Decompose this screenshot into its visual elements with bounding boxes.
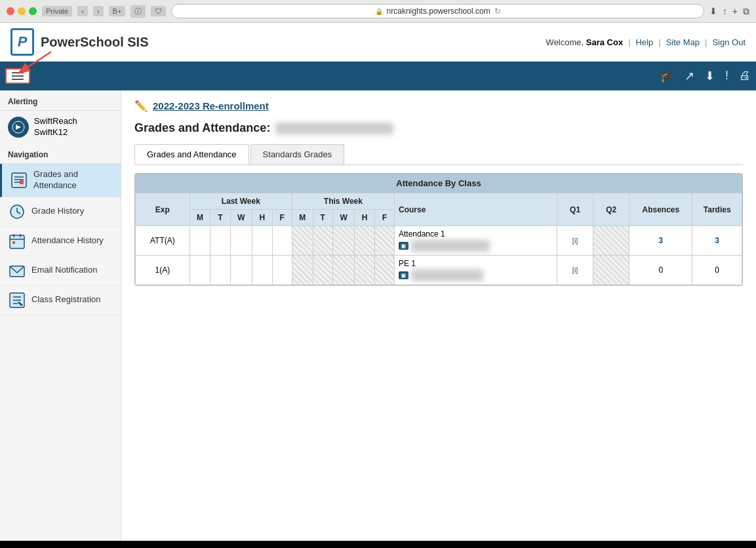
maximize-button[interactable] xyxy=(29,7,37,15)
table-row: ATT(A) Attendance 1 xyxy=(136,226,742,256)
q1-cell[interactable]: [i] xyxy=(557,256,593,285)
reenrollment-link[interactable]: 2022-2023 Re-enrollment xyxy=(153,100,269,111)
newtab-icon[interactable]: + xyxy=(732,6,738,17)
day-f1: F xyxy=(272,210,292,226)
download-nav-icon[interactable]: ⬇ xyxy=(705,69,715,83)
edit-icon: ✏️ xyxy=(134,100,148,112)
browser-chrome: Private ‹ › B+ ⓘ 🛡 🔒 nrcaknights.powersc… xyxy=(0,0,756,23)
day-w2: W xyxy=(332,210,355,226)
tardies-header: Tardies xyxy=(692,193,742,226)
day-cell-striped xyxy=(332,256,355,285)
teacher-name-blurred xyxy=(411,240,490,252)
nav-bar-icons: 🎓 ↗ ⬇ ! 🖨 xyxy=(660,69,751,83)
day-cell-striped xyxy=(374,226,394,256)
day-cell-striped xyxy=(313,256,332,285)
q1-cell[interactable]: [i] xyxy=(557,226,593,256)
grade-history-icon xyxy=(8,203,26,221)
svg-rect-15 xyxy=(12,241,15,244)
day-t2: T xyxy=(313,210,332,226)
teacher-name-blurred xyxy=(411,269,483,281)
day-cell-striped xyxy=(292,226,313,256)
help-link[interactable]: Help xyxy=(636,37,654,47)
sidebar-label-attendance: Attendance History xyxy=(31,235,104,246)
attendance-table: Exp Last Week This Week Course Q1 Q2 Abs… xyxy=(135,193,742,285)
absences-header: Absences xyxy=(629,193,692,226)
course-icon: ▣ xyxy=(399,271,408,279)
sidebar-item-grades-attendance[interactable]: Grades and Attendance xyxy=(0,164,121,197)
browser-actions: ⬇ ↑ + ⧉ xyxy=(709,6,749,17)
tardies-cell: 3 xyxy=(692,226,742,256)
day-w1: W xyxy=(230,210,252,226)
grades-icon xyxy=(10,171,28,189)
swiftreach-label: SwiftReach SwiftK12 xyxy=(34,116,113,138)
day-cell-striped xyxy=(313,226,332,256)
day-cell xyxy=(252,226,272,256)
welcome-text: Welcome, Sara Cox xyxy=(546,37,624,47)
day-m1: M xyxy=(189,210,210,226)
minimize-button[interactable] xyxy=(18,7,26,15)
day-cell xyxy=(230,256,252,285)
close-button[interactable] xyxy=(7,7,14,15)
shield-button[interactable]: 🛡 xyxy=(151,6,166,16)
sidebar-item-attendance-history[interactable]: Attendance History xyxy=(0,227,121,256)
q2-cell xyxy=(593,226,629,256)
day-cell-striped xyxy=(292,256,313,285)
red-arrow xyxy=(25,49,64,71)
exp-cell: ATT(A) xyxy=(136,226,190,256)
external-link-icon[interactable]: ↗ xyxy=(685,69,694,83)
app-header: P PowerSchool SIS Welcome, Sara Cox | He… xyxy=(0,23,756,62)
day-cell xyxy=(272,256,292,285)
content-area: ✏️ 2022-2023 Re-enrollment Grades and At… xyxy=(121,90,756,541)
course-cell: Attendance 1 ▣ xyxy=(394,226,557,256)
exp-header: Exp xyxy=(136,193,190,226)
forward-button[interactable]: › xyxy=(93,6,104,16)
q1-header: Q1 xyxy=(557,193,593,226)
info-button[interactable]: ⓘ xyxy=(130,5,146,18)
print-icon[interactable]: 🖨 xyxy=(739,69,751,83)
swiftreach-item[interactable]: SwiftReach SwiftK12 xyxy=(0,111,121,144)
share-icon[interactable]: ↑ xyxy=(723,6,727,17)
address-bar[interactable]: 🔒 nrcaknights.powerschool.com ↻ xyxy=(171,4,704,18)
day-cell xyxy=(210,256,230,285)
attendance-history-icon xyxy=(8,232,26,250)
course-sub: ▣ xyxy=(399,240,553,252)
download-icon[interactable]: ⬇ xyxy=(709,6,717,17)
signout-link[interactable]: Sign Out xyxy=(712,37,746,47)
reload-icon[interactable]: ↻ xyxy=(494,7,501,16)
graduation-icon[interactable]: 🎓 xyxy=(660,69,674,83)
day-h2: H xyxy=(355,210,374,226)
course-name: Attendance 1 xyxy=(399,229,553,239)
svg-rect-3 xyxy=(12,173,26,187)
tabs-icon[interactable]: ⧉ xyxy=(743,6,749,17)
day-f2: F xyxy=(374,210,394,226)
day-m2: M xyxy=(292,210,313,226)
day-cell-striped xyxy=(332,226,355,256)
swiftreach-icon xyxy=(12,121,25,134)
main-layout: Alerting SwiftReach SwiftK12 Navigation xyxy=(0,90,756,541)
sidebar-item-class-registration[interactable]: Class Registration xyxy=(0,286,121,315)
sidebar-label-email: Email Notification xyxy=(31,265,97,276)
tab-grades-attendance[interactable]: Grades and Attendance xyxy=(134,144,249,165)
exp-cell: 1(A) xyxy=(136,256,190,285)
day-cell xyxy=(189,256,210,285)
sidebar-toggle[interactable]: Private xyxy=(42,6,72,16)
day-cell xyxy=(272,226,292,256)
attendance-table-container: Attendance By Class Exp Last Week This W… xyxy=(134,173,743,286)
sidebar-item-grade-history[interactable]: Grade History xyxy=(0,197,121,227)
reenrollment-section: ✏️ 2022-2023 Re-enrollment xyxy=(134,100,743,112)
day-cell xyxy=(189,226,210,256)
q2-cell xyxy=(593,256,629,285)
course-header: Course xyxy=(394,193,557,226)
app-title: PowerSchool SIS xyxy=(41,35,148,50)
student-name-blurred xyxy=(275,123,393,134)
alert-icon[interactable]: ! xyxy=(725,69,728,83)
sidebar-item-email-notification[interactable]: Email Notification xyxy=(0,256,121,286)
b-button[interactable]: B+ xyxy=(109,6,126,16)
email-icon xyxy=(8,262,26,280)
back-button[interactable]: ‹ xyxy=(77,6,88,16)
sidebar-label-grade-history: Grade History xyxy=(31,206,84,217)
tab-standards-grades[interactable]: Standards Grades xyxy=(250,144,345,165)
course-icon: ▣ xyxy=(399,242,408,250)
sitemap-link[interactable]: Site Map xyxy=(666,37,700,47)
swiftreach-logo xyxy=(8,117,29,138)
